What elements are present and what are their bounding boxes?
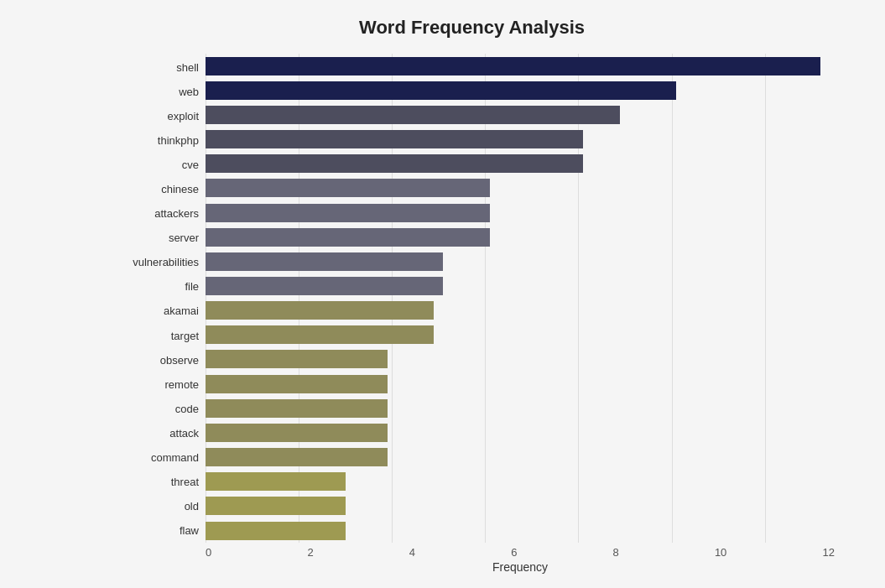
y-axis-label: command <box>109 445 206 470</box>
x-tick-label: 6 <box>511 546 517 559</box>
y-axis-label: target <box>109 324 206 348</box>
grid-line <box>392 54 393 543</box>
x-axis-title: Frequency <box>206 560 835 574</box>
y-axis-label: attack <box>109 421 206 445</box>
y-axis-label: threat <box>109 470 206 494</box>
y-axis-label: chinese <box>109 177 206 201</box>
chart-container: Word Frequency Analysis shellwebexploitt… <box>0 0 885 588</box>
bar-fill <box>206 106 620 124</box>
bar-fill <box>206 424 388 442</box>
y-axis-label: vulnerabilities <box>109 250 206 274</box>
bar-fill <box>206 204 490 222</box>
bar-row <box>206 54 835 78</box>
bar-fill <box>206 228 490 247</box>
grid-line <box>578 54 579 543</box>
y-axis-label: file <box>109 274 206 299</box>
y-axis-label: remote <box>109 372 206 397</box>
bar-fill <box>206 57 820 75</box>
y-axis-labels: shellwebexploitthinkphpcvechineseattacke… <box>109 54 206 543</box>
bar-fill <box>206 522 346 540</box>
y-axis-label: attackers <box>109 201 206 226</box>
bar-fill <box>206 252 443 271</box>
chart-title: Word Frequency Analysis <box>109 17 835 39</box>
y-axis-label: code <box>109 397 206 421</box>
x-tick-label: 12 <box>822 546 834 559</box>
bar-fill <box>206 179 490 197</box>
grid-line <box>206 54 206 543</box>
bar-fill <box>206 301 434 320</box>
bar-fill <box>206 399 388 418</box>
x-tick-label: 10 <box>715 546 726 559</box>
bar-fill <box>206 350 388 368</box>
y-axis-label: web <box>109 80 206 104</box>
x-tick-label: 4 <box>409 546 415 559</box>
bars-area <box>206 54 835 543</box>
y-axis-label: shell <box>109 55 206 80</box>
bar-fill <box>206 154 583 173</box>
y-axis-label: akamai <box>109 299 206 323</box>
bar-fill <box>206 448 388 466</box>
x-tick-label: 8 <box>613 546 619 559</box>
y-axis-label: flaw <box>109 518 206 543</box>
x-axis: 024681012 Frequency <box>109 543 835 574</box>
y-axis-label: cve <box>109 153 206 177</box>
bar-fill <box>206 81 676 100</box>
bar-fill <box>206 472 346 491</box>
y-axis-label: server <box>109 226 206 250</box>
x-tick-label: 0 <box>206 546 211 559</box>
y-axis-label: exploit <box>109 104 206 128</box>
y-axis-label: observe <box>109 348 206 372</box>
bar-fill <box>206 130 583 148</box>
grid-line <box>672 54 673 543</box>
y-axis-label: thinkphp <box>109 128 206 153</box>
bar-fill <box>206 277 443 295</box>
bar-fill <box>206 325 434 344</box>
grid-line <box>485 54 486 543</box>
x-axis-ticks: 024681012 <box>206 543 835 559</box>
grid-line <box>765 54 766 543</box>
bar-fill <box>206 497 346 515</box>
x-tick-label: 2 <box>307 546 313 559</box>
grid-line <box>299 54 299 543</box>
y-axis-label: old <box>109 494 206 518</box>
bar-fill <box>206 375 388 393</box>
